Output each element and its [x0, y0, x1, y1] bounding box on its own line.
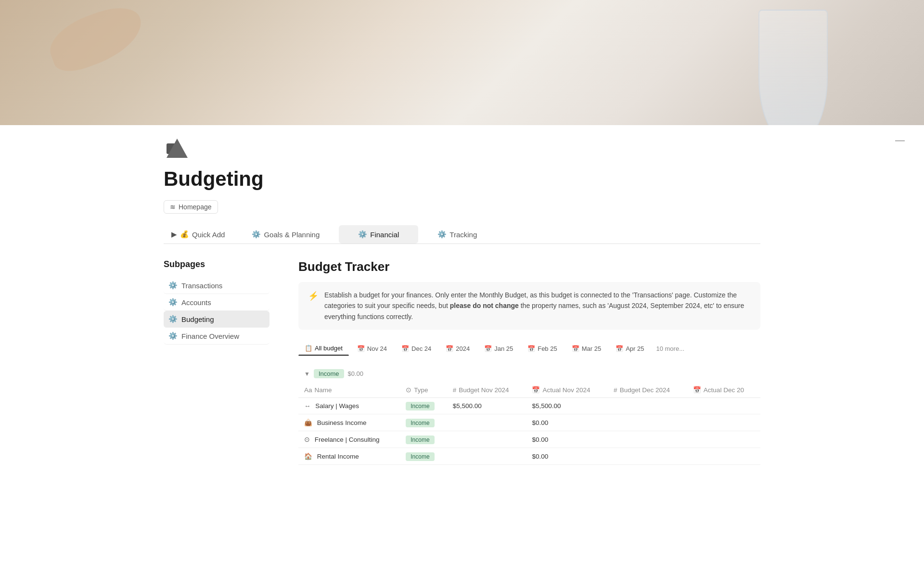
mar25-icon: 📅	[572, 345, 579, 352]
quick-add-nav[interactable]: ▶ 💰 Quick Add	[164, 225, 232, 244]
table-row[interactable]: 🏠 Rental Income Income $0.00	[298, 448, 760, 465]
filter-all-budget[interactable]: 📋 All budget	[298, 341, 349, 356]
col-actual-nov: 📅 Actual Nov 2024	[526, 382, 608, 398]
filter-feb-25[interactable]: 📅 Feb 25	[521, 342, 563, 356]
sidebar-item-budgeting[interactable]: ⚙️ Budgeting	[164, 311, 270, 328]
transactions-label: Transactions	[181, 282, 222, 290]
cell-name-0: ↔ Salary | Wages	[298, 398, 400, 414]
cell-budget-nov-1	[447, 414, 526, 431]
cell-budget-nov-0: $5,500.00	[447, 398, 526, 414]
cell-actual-dec-3	[687, 448, 760, 465]
homepage-button[interactable]: ≋ Homepage	[164, 200, 218, 214]
budgeting-icon: ⚙️	[168, 315, 178, 323]
sidebar-heading: Subpages	[164, 259, 270, 269]
table-row[interactable]: ↔ Salary | Wages Income $5,500.00 $5,500…	[298, 398, 760, 414]
budget-table: Aa Name ⊙ Type #	[298, 382, 760, 465]
homepage-label: Homepage	[179, 203, 212, 211]
info-icon: ⚡	[308, 291, 319, 301]
finance-overview-label: Finance Overview	[181, 332, 239, 340]
budgeting-label: Budgeting	[181, 315, 214, 323]
cell-name-3: 🏠 Rental Income	[298, 448, 400, 465]
cell-budget-nov-2	[447, 431, 526, 448]
nav-tabs: ▶ 💰 Quick Add ⚙️ Goals & Planning ⚙️ Fin…	[164, 225, 760, 244]
col-budget-dec-icon: #	[614, 386, 617, 394]
cell-budget-dec-1	[608, 414, 687, 431]
mar25-label: Mar 25	[582, 345, 601, 352]
page-title: Budgeting	[164, 167, 760, 191]
dec24-label: Dec 24	[411, 345, 431, 352]
2024-icon: 📅	[446, 345, 453, 352]
group-header: ▼ Income $0.00	[298, 365, 760, 382]
col-type: ⊙ Type	[400, 382, 447, 398]
group-collapse-arrow[interactable]: ▼	[304, 371, 310, 377]
info-box: ⚡ Establish a budget for your finances. …	[298, 282, 760, 330]
cell-name-1: 👜 Business Income	[298, 414, 400, 431]
col-type-icon: ⊙	[406, 386, 411, 394]
close-button[interactable]: —	[895, 135, 905, 146]
filter-dec-24[interactable]: 📅 Dec 24	[395, 342, 437, 356]
cell-budget-dec-2	[608, 431, 687, 448]
col-budget-nov: # Budget Nov 2024	[447, 382, 526, 398]
cell-actual-nov-3: $0.00	[526, 448, 608, 465]
page-icon	[164, 135, 760, 162]
quick-add-label: Quick Add	[192, 231, 225, 239]
quick-add-arrow: ▶	[171, 230, 177, 239]
table-row[interactable]: ⊙ Freelance | Consulting Income $0.00	[298, 431, 760, 448]
section-title: Budget Tracker	[298, 259, 760, 274]
table-row[interactable]: 👜 Business Income Income $0.00	[298, 414, 760, 431]
cell-name-2: ⊙ Freelance | Consulting	[298, 431, 400, 448]
cell-actual-nov-2: $0.00	[526, 431, 608, 448]
2024-label: 2024	[456, 345, 470, 352]
more-filters-button[interactable]: 10 more...	[652, 342, 688, 355]
row-icon-1: 👜	[304, 419, 312, 426]
financial-label: Financial	[370, 231, 399, 239]
jan25-label: Jan 25	[494, 345, 513, 352]
col-budget-nov-icon: #	[453, 386, 457, 394]
cell-type-2: Income	[400, 431, 447, 448]
filter-2024[interactable]: 📅 2024	[439, 342, 476, 356]
col-name: Aa Name	[298, 382, 400, 398]
content-area: Budget Tracker ⚡ Establish a budget for …	[298, 259, 760, 465]
cell-type-1: Income	[400, 414, 447, 431]
goals-label: Goals & Planning	[264, 231, 320, 239]
homepage-icon: ≋	[170, 203, 176, 211]
tab-financial[interactable]: ⚙️ Financial	[339, 225, 418, 244]
cell-budget-dec-3	[608, 448, 687, 465]
sidebar: Subpages ⚙️ Transactions ⚙️ Accounts ⚙️ …	[164, 259, 270, 465]
cell-actual-dec-2	[687, 431, 760, 448]
apr25-icon: 📅	[616, 345, 623, 352]
sidebar-item-accounts[interactable]: ⚙️ Accounts	[164, 294, 270, 311]
type-badge-2: Income	[406, 436, 434, 444]
filter-tabs: 📋 All budget 📅 Nov 24 📅 Dec 24 📅 2024 📅	[298, 341, 760, 356]
goals-icon: ⚙️	[252, 230, 261, 239]
financial-icon: ⚙️	[358, 230, 367, 239]
filter-mar-25[interactable]: 📅 Mar 25	[565, 342, 607, 356]
col-actual-nov-icon: 📅	[532, 386, 540, 394]
quick-add-icon: 💰	[180, 230, 189, 239]
table-header-row: Aa Name ⊙ Type #	[298, 382, 760, 398]
main-layout: Subpages ⚙️ Transactions ⚙️ Accounts ⚙️ …	[164, 259, 760, 465]
filter-nov-24[interactable]: 📅 Nov 24	[351, 342, 393, 356]
cell-actual-nov-0: $5,500.00	[526, 398, 608, 414]
group-name-badge: Income	[314, 369, 344, 378]
type-badge-0: Income	[406, 402, 434, 410]
tab-tracking[interactable]: ⚙️ Tracking	[418, 225, 496, 244]
type-badge-3: Income	[406, 452, 434, 461]
group-total: $0.00	[348, 370, 364, 377]
tab-goals-planning[interactable]: ⚙️ Goals & Planning	[232, 225, 339, 244]
tracking-label: Tracking	[449, 231, 477, 239]
col-actual-dec: 📅 Actual Dec 20	[687, 382, 760, 398]
cell-budget-nov-3	[447, 448, 526, 465]
col-budget-dec: # Budget Dec 2024	[608, 382, 687, 398]
row-icon-2: ⊙	[304, 436, 310, 443]
cell-type-0: Income	[400, 398, 447, 414]
filter-jan-25[interactable]: 📅 Jan 25	[478, 342, 519, 356]
cell-actual-dec-1	[687, 414, 760, 431]
dec24-icon: 📅	[401, 345, 409, 352]
filter-apr-25[interactable]: 📅 Apr 25	[609, 342, 650, 356]
sidebar-item-transactions[interactable]: ⚙️ Transactions	[164, 277, 270, 294]
sidebar-item-finance-overview[interactable]: ⚙️ Finance Overview	[164, 328, 270, 345]
nov24-icon: 📅	[357, 345, 365, 352]
cell-type-3: Income	[400, 448, 447, 465]
row-icon-0: ↔	[304, 402, 311, 410]
